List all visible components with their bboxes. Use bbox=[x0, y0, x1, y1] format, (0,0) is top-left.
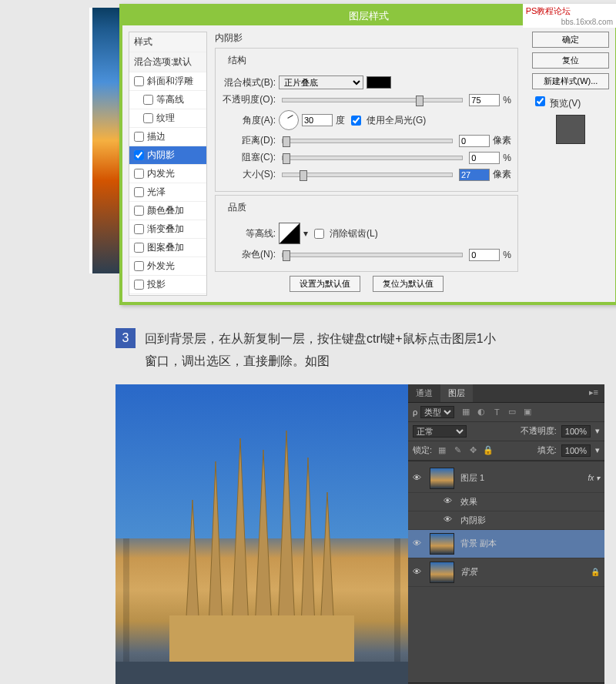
preview-swatch bbox=[556, 115, 585, 144]
preview-check[interactable] bbox=[535, 96, 545, 106]
layer-name: 图层 1 bbox=[460, 472, 484, 484]
style-inner-glow[interactable]: 内发光 bbox=[129, 165, 206, 183]
style-outer-glow[interactable]: 外发光 bbox=[129, 257, 206, 276]
layer-row[interactable]: 👁 背景 副本 bbox=[408, 530, 604, 558]
style-satin[interactable]: 光泽 bbox=[129, 183, 206, 202]
color-overlay-check[interactable] bbox=[134, 206, 144, 216]
filter-type-icon[interactable]: T bbox=[491, 407, 502, 417]
opacity-slider[interactable] bbox=[282, 98, 463, 102]
fill-value[interactable]: 100% bbox=[561, 444, 591, 457]
lock-trans-icon[interactable]: ▦ bbox=[437, 445, 447, 456]
ok-button[interactable]: 确定 bbox=[532, 32, 609, 48]
distance-slider[interactable] bbox=[282, 139, 453, 143]
layer-thumb[interactable] bbox=[430, 533, 454, 555]
choke-slider[interactable] bbox=[282, 156, 463, 160]
visibility-icon[interactable]: 👁 bbox=[413, 538, 424, 549]
pattern-overlay-check[interactable] bbox=[134, 243, 144, 253]
blend-mode-select[interactable]: 正片叠底 bbox=[279, 75, 363, 89]
layer-thumb[interactable] bbox=[430, 562, 454, 583]
opacity-input[interactable] bbox=[469, 94, 500, 106]
contour-label: 等高线: bbox=[222, 227, 276, 240]
kind-icon[interactable]: ρ bbox=[413, 407, 417, 417]
visibility-icon[interactable]: 👁 bbox=[444, 515, 454, 525]
layer-name: 背景 bbox=[460, 566, 477, 578]
noise-label: 杂色(N): bbox=[222, 248, 276, 261]
cancel-button[interactable]: 复位 bbox=[532, 52, 609, 69]
filter-smart-icon[interactable]: ▣ bbox=[522, 407, 533, 417]
style-gradient-overlay[interactable]: 渐变叠加 bbox=[129, 220, 206, 239]
style-texture[interactable]: 纹理 bbox=[129, 109, 206, 128]
bevel-check[interactable] bbox=[134, 76, 144, 86]
blend-options-header[interactable]: 混合选项:默认 bbox=[129, 52, 206, 72]
set-default-button[interactable]: 设置为默认值 bbox=[290, 276, 360, 292]
style-inner-shadow[interactable]: 内阴影 bbox=[129, 146, 206, 165]
noise-input[interactable] bbox=[469, 249, 500, 261]
blend-mode-select[interactable]: 正常 bbox=[413, 425, 467, 438]
visibility-icon[interactable]: 👁 bbox=[413, 567, 424, 578]
reset-default-button[interactable]: 复位为默认值 bbox=[373, 276, 444, 292]
choke-input[interactable] bbox=[469, 152, 500, 164]
opacity-value[interactable]: 100% bbox=[561, 425, 591, 438]
visibility-icon[interactable]: 👁 bbox=[413, 473, 424, 484]
distance-input[interactable] bbox=[459, 135, 490, 147]
visibility-icon[interactable]: 👁 bbox=[444, 496, 454, 507]
effect-name: 内阴影 bbox=[460, 515, 486, 526]
filter-adjust-icon[interactable]: ◐ bbox=[476, 407, 487, 417]
inner-shadow-check[interactable] bbox=[134, 150, 144, 160]
gradient-overlay-check[interactable] bbox=[134, 224, 144, 234]
size-slider[interactable] bbox=[282, 173, 453, 177]
texture-check[interactable] bbox=[143, 113, 153, 123]
filter-shape-icon[interactable]: ▭ bbox=[507, 407, 517, 417]
effect-inner-shadow-row[interactable]: 👁 内阴影 bbox=[408, 511, 604, 530]
kind-select[interactable]: 类型 bbox=[420, 406, 454, 418]
satin-check[interactable] bbox=[134, 187, 144, 197]
step-number: 3 bbox=[116, 328, 136, 348]
color-swatch[interactable] bbox=[367, 76, 391, 89]
layer-row[interactable]: 👁 背景 🔒 bbox=[408, 558, 604, 587]
layer-row[interactable]: 👁 图层 1 fx ▾ bbox=[408, 464, 604, 493]
styles-header[interactable]: 样式 bbox=[129, 32, 206, 52]
style-stroke[interactable]: 描边 bbox=[129, 128, 206, 146]
lock-pos-icon[interactable]: ✥ bbox=[467, 445, 478, 456]
style-pattern-overlay[interactable]: 图案叠加 bbox=[129, 239, 206, 257]
layer-name: 背景 副本 bbox=[460, 538, 497, 549]
style-contour[interactable]: 等高线 bbox=[129, 91, 206, 109]
style-drop-shadow[interactable]: 投影 bbox=[129, 276, 206, 294]
lock-paint-icon[interactable]: ✎ bbox=[452, 445, 463, 456]
dialog-buttons: 确定 复位 新建样式(W)... 预览(V) bbox=[526, 32, 609, 296]
filter-pixel-icon[interactable]: ▦ bbox=[460, 407, 471, 417]
cathedral-illustration bbox=[116, 384, 408, 684]
contour-check[interactable] bbox=[143, 95, 153, 105]
angle-dial[interactable] bbox=[279, 110, 299, 130]
inner-glow-check[interactable] bbox=[134, 169, 144, 179]
result-composite: 通道 图层 ▸≡ ρ 类型 ▦ ◐ T ▭ ▣ 正常 不透明度: 100%▾ 锁… bbox=[116, 384, 604, 684]
effects-label: 效果 bbox=[460, 496, 477, 508]
panel-menu-icon[interactable]: ▸≡ bbox=[583, 384, 604, 402]
effects-row[interactable]: 👁 效果 bbox=[408, 493, 604, 511]
distance-label: 距离(D): bbox=[222, 134, 276, 147]
stroke-check[interactable] bbox=[134, 132, 144, 142]
outer-glow-check[interactable] bbox=[134, 261, 144, 271]
dropdown-icon[interactable]: ▾ bbox=[595, 445, 600, 455]
fill-label: 填充: bbox=[537, 444, 557, 456]
canvas-preview bbox=[116, 384, 408, 684]
angle-input[interactable] bbox=[302, 114, 333, 126]
new-style-button[interactable]: 新建样式(W)... bbox=[532, 73, 609, 89]
layer-style-dialog: 图层样式 样式 混合选项:默认 斜面和浮雕 等高线 纹理 描边 内阴影 内发光 … bbox=[119, 4, 616, 305]
fx-icon[interactable]: fx ▾ bbox=[588, 474, 600, 482]
global-light-check[interactable] bbox=[351, 116, 361, 126]
tab-channels[interactable]: 通道 bbox=[408, 384, 440, 402]
size-input[interactable] bbox=[459, 169, 490, 181]
tab-layers[interactable]: 图层 bbox=[440, 384, 473, 402]
style-bevel[interactable]: 斜面和浮雕 bbox=[129, 72, 206, 91]
antialias-check[interactable] bbox=[314, 229, 324, 239]
contour-dropdown-icon[interactable]: ▾ bbox=[303, 228, 308, 239]
noise-slider[interactable] bbox=[282, 253, 463, 257]
dropdown-icon[interactable]: ▾ bbox=[595, 426, 600, 436]
contour-picker[interactable] bbox=[279, 223, 300, 244]
layer-thumb[interactable] bbox=[430, 468, 454, 489]
step-text: 回到背景层，在从新复制一层，按住键盘ctrl键+鼠标点击图层1小窗口，调出选区，… bbox=[145, 328, 500, 373]
lock-all-icon[interactable]: 🔒 bbox=[483, 445, 494, 456]
drop-shadow-check[interactable] bbox=[134, 280, 144, 290]
style-color-overlay[interactable]: 颜色叠加 bbox=[129, 202, 206, 220]
